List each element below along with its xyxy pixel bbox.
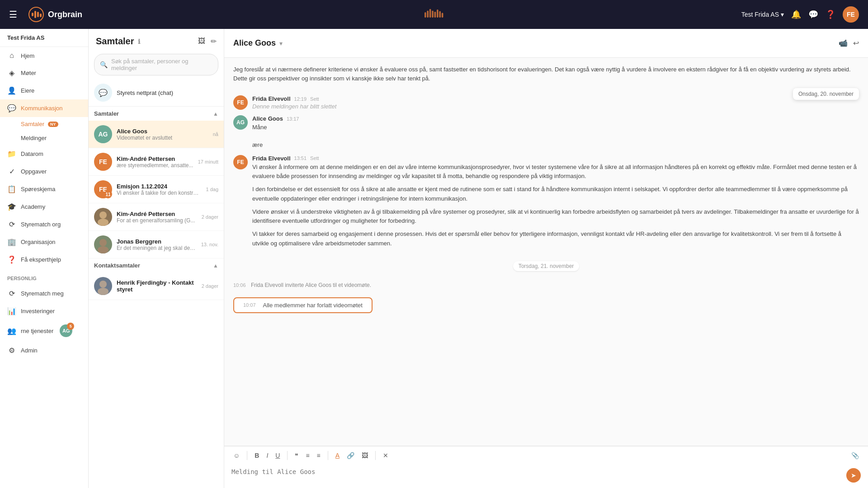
notifications-icon[interactable]: 🔔: [791, 9, 801, 19]
user-avatar[interactable]: FE: [843, 6, 859, 23]
sidebar-company: Test Frida AS: [0, 29, 88, 47]
svg-point-13: [99, 211, 107, 219]
chat-icon[interactable]: 💬: [808, 9, 818, 19]
svg-point-16: [98, 246, 108, 253]
kontaktsamtaler-section-header[interactable]: Kontaktsamtaler ▲: [89, 258, 224, 272]
conversations-info-icon[interactable]: ℹ: [138, 38, 140, 45]
sidebar-item-organisasjon[interactable]: 🏢 Organisasjon: [0, 233, 88, 251]
svg-rect-7: [429, 9, 431, 18]
conv-info-kim1: Kim-André Pettersen ære styremedlemmer, …: [117, 155, 193, 169]
svg-point-18: [98, 288, 108, 295]
image-button[interactable]: 🖼: [360, 450, 370, 461]
toolbar-divider-1: [247, 451, 247, 460]
search-box[interactable]: 🔍 Søk på samtaler, personer og meldinger: [94, 54, 218, 75]
svg-rect-5: [425, 12, 426, 18]
sidebar-item-kommunikasjon[interactable]: 💬 Kommunikasjon: [0, 99, 88, 117]
sidebar-item-datarom[interactable]: 📁 Datarom: [0, 145, 88, 163]
overflow-message: Jeg foreslår at vi nærmere definerer kri…: [233, 65, 859, 86]
conv-avatar-jonas: [94, 235, 112, 253]
sidebar-item-oppgaver[interactable]: ✓ Oppgaver: [0, 163, 88, 180]
communication-icon: 💬: [7, 104, 16, 113]
badge-ny: NY: [48, 122, 58, 127]
attachment-button[interactable]: 📎: [849, 450, 861, 461]
search-placeholder: Søk på samtaler, personer og meldinger: [111, 58, 212, 71]
italic-button[interactable]: I: [264, 450, 270, 461]
sidebar-item-eksterne-tjenester[interactable]: 👥 rne tjenester AG 5: [0, 320, 88, 342]
group-chat-item[interactable]: 💬 Styrets nettprat (chat): [89, 79, 224, 107]
underline-button[interactable]: U: [274, 450, 282, 461]
toolbar-divider-3: [328, 451, 328, 460]
conv-item-emisjon[interactable]: FE 11 Emisjon 1.12.2024 Vi ønsker å takk…: [89, 176, 224, 203]
sidebar: Test Frida AS ⌂ Hjem ◈ Møter 👤 Eiere 💬 K…: [0, 29, 89, 488]
message-alice-moon: AG Alice Goos 13:17 Måneære: [233, 115, 859, 150]
group-chat-icon: 💬: [94, 84, 112, 102]
center-logo-icon: [423, 6, 445, 21]
samtaler-section-title: Samtaler: [94, 110, 119, 117]
conv-info-alice: Alice Goos Videomøtet er avsluttet: [117, 128, 208, 141]
sidebar-item-admin[interactable]: ⚙ Admin: [0, 342, 88, 359]
owners-icon: 👤: [7, 86, 16, 95]
meeting-icon: ◈: [7, 69, 16, 77]
close-button[interactable]: ✕: [381, 450, 390, 461]
svg-rect-11: [439, 11, 441, 18]
conv-item-henrik[interactable]: Henrik Fjerdingby - Kontakt styret 2 dag…: [89, 272, 224, 300]
conv-info-jonas: Jonas Berggren Er det meningen at jeg sk…: [117, 238, 197, 251]
msg-content-frida-deleted: Frida Elvevoll 12:19 Sett Denne meldinge…: [252, 95, 859, 110]
video-call-icon[interactable]: 📹: [839, 39, 848, 47]
chat-header-chevron-icon[interactable]: ▾: [279, 40, 283, 47]
styrematch-me-icon: ⟳: [7, 289, 16, 298]
edit-icon[interactable]: ✏: [211, 37, 217, 46]
conv-avatar-alice: AG: [94, 125, 112, 143]
home-icon: ⌂: [7, 52, 16, 60]
msg-content-alice-moon: Alice Goos 13:17 Måneære: [252, 115, 859, 150]
video-ended-box: 10:07 Alle medlemmer har forlatt videomø…: [233, 297, 373, 313]
org-icon: 🏢: [7, 238, 16, 246]
msg-header-frida-long: Frida Elvevoll 13:51 Sett: [252, 155, 859, 162]
sidebar-item-sporreskjema[interactable]: 📋 Spøreskjema: [0, 180, 88, 198]
quote-button[interactable]: ❝: [293, 450, 300, 461]
svg-rect-10: [437, 9, 439, 18]
conv-info-emisjon: Emisjon 1.12.2024 Vi ønsker å takke for …: [117, 183, 201, 196]
color-button[interactable]: A: [334, 450, 341, 461]
sidebar-sub-meldinger[interactable]: Meldinger: [0, 131, 88, 145]
sidebar-item-hjem[interactable]: ⌂ Hjem: [0, 47, 88, 64]
conv-item-alice-goos[interactable]: AG Alice Goos Videomøtet er avsluttet nå: [89, 121, 224, 148]
sidebar-item-investeringer[interactable]: 📊 Investeringer: [0, 302, 88, 320]
sidebar-item-moter[interactable]: ◈ Møter: [0, 64, 88, 82]
list-ul-button[interactable]: ≡: [304, 450, 311, 461]
chat-input[interactable]: [231, 468, 843, 483]
sidebar-sub-samtaler[interactable]: Samtaler NY: [0, 117, 88, 131]
samtaler-section-header[interactable]: Samtaler ▲: [89, 107, 224, 121]
sidebar-item-styrematch-org[interactable]: ⟳ Styrematch org: [0, 216, 88, 233]
bold-button[interactable]: B: [253, 450, 261, 461]
company-selector[interactable]: Test Frida AS ▾: [741, 11, 784, 18]
hamburger-menu[interactable]: ☰: [9, 9, 17, 20]
conv-avatar-kim2: [94, 208, 112, 226]
topbar: ☰ Orgbrain: [0, 0, 868, 29]
photo-icon[interactable]: 🖼: [198, 37, 205, 46]
list-ol-button[interactable]: ≡: [315, 450, 322, 461]
topbar-right: Test Frida AS ▾ 🔔 💬 ❓ FE: [741, 6, 859, 23]
conv-item-kim-andre-1[interactable]: FE Kim-André Pettersen ære styremedlemme…: [89, 148, 224, 176]
link-button[interactable]: 🔗: [345, 450, 356, 461]
chat-header: Alice Goos ▾ 📹 ↩: [224, 29, 868, 58]
sidebar-item-eiere[interactable]: 👤 Eiere: [0, 82, 88, 99]
sidebar-item-academy[interactable]: 🎓 Academy: [0, 198, 88, 216]
conv-item-jonas[interactable]: Jonas Berggren Er det meningen at jeg sk…: [89, 231, 224, 258]
chat-header-left: Alice Goos ▾: [233, 38, 283, 48]
conv-item-kim-andre-2[interactable]: Kim-André Pettersen For at en generalfor…: [89, 203, 224, 231]
conv-info-kim2: Kim-André Pettersen For at en generalfor…: [117, 211, 197, 224]
msg-header-alice-moon: Alice Goos 13:17: [252, 115, 859, 122]
academy-icon: 🎓: [7, 202, 16, 211]
msg-avatar-alice-moon: AG: [233, 115, 248, 130]
help-icon[interactable]: ❓: [826, 9, 835, 19]
sidebar-item-eksperthjelp[interactable]: ❓ Få eksperthjelp: [0, 251, 88, 268]
sidebar-item-styrematch-meg[interactable]: ⟳ Styrematch meg: [0, 285, 88, 302]
conv-avatar-kim1: FE: [94, 153, 112, 171]
externe-badge: 5: [67, 323, 74, 330]
leave-chat-icon[interactable]: ↩: [853, 39, 859, 47]
svg-point-14: [98, 219, 108, 226]
send-button[interactable]: ➤: [846, 468, 861, 483]
chat-contact-name: Alice Goos: [233, 38, 276, 48]
emoji-button[interactable]: ☺: [231, 450, 241, 461]
